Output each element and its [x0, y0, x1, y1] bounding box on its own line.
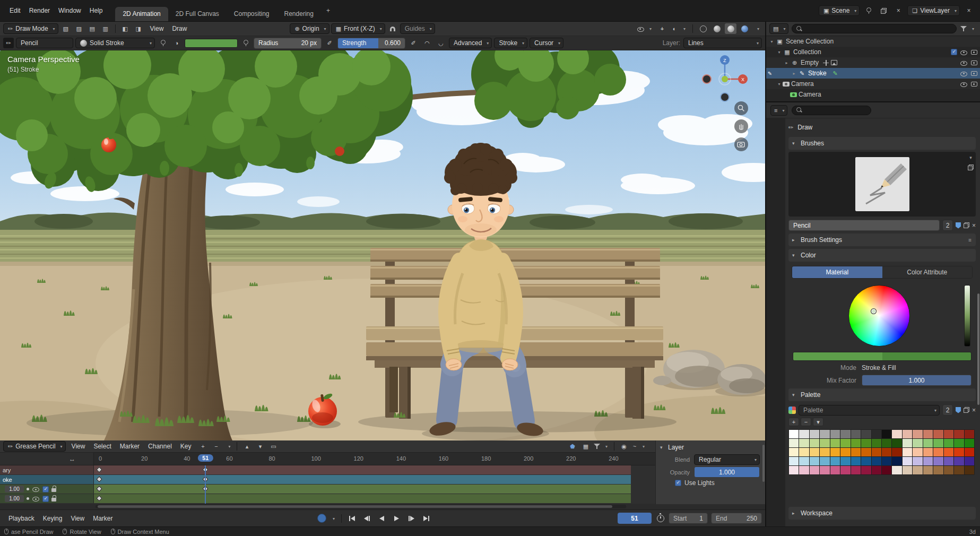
- palette-swatch[interactable]: [954, 466, 964, 474]
- palette-selector[interactable]: Palette: [799, 405, 940, 416]
- palette-swatch[interactable]: [861, 430, 871, 438]
- workspace-tab[interactable]: 2D Full Canvas: [168, 7, 227, 21]
- outliner-item-label[interactable]: Scene Collection: [786, 38, 834, 45]
- transport-button[interactable]: [360, 513, 374, 523]
- disable-in-viewport-icon[interactable]: [970, 70, 977, 76]
- palette-swatch[interactable]: [933, 466, 943, 474]
- playhead-toggle-icon[interactable]: ⬟: [567, 441, 578, 452]
- move-channel-down-icon[interactable]: ▾: [254, 441, 266, 452]
- timeline-channel-row[interactable]: 1.00: [0, 494, 765, 503]
- palette-swatch[interactable]: [830, 430, 840, 438]
- panel-menu-icon[interactable]: ≡: [968, 237, 972, 243]
- pin-color-icon[interactable]: [240, 38, 251, 48]
- current-frame-field[interactable]: 51: [618, 513, 652, 524]
- palette-swatch[interactable]: [944, 466, 953, 474]
- strength-slider[interactable]: Strength0.600: [337, 38, 405, 49]
- palette-swatch[interactable]: [872, 439, 881, 447]
- palette-swatch[interactable]: [851, 457, 861, 465]
- palette-swatch[interactable]: [954, 439, 964, 447]
- layer-dropdown[interactable]: Lines: [683, 38, 762, 48]
- palette-swatch[interactable]: [923, 430, 933, 438]
- timeline-channel-row[interactable]: 1.00: [0, 485, 765, 494]
- disable-in-viewport-icon[interactable]: [970, 49, 977, 55]
- palette-swatch[interactable]: [851, 439, 861, 447]
- palette-swatch[interactable]: [861, 457, 871, 465]
- palette-swatch[interactable]: [789, 466, 799, 474]
- cursor-popover[interactable]: Cursor: [530, 38, 563, 48]
- palette-swatch[interactable]: [954, 448, 964, 456]
- fake-user-shield-icon[interactable]: [956, 222, 961, 229]
- palette-swatch[interactable]: [830, 439, 840, 447]
- palette-swatch[interactable]: [882, 439, 891, 447]
- navigation-gizmo[interactable]: Z X: [698, 53, 751, 106]
- stroke-color-swatch[interactable]: [793, 352, 882, 360]
- channel-hide-icon[interactable]: [32, 486, 40, 492]
- palette-swatch[interactable]: [903, 457, 912, 465]
- outliner-item-label[interactable]: Collection: [793, 48, 821, 56]
- palette-swatch[interactable]: [789, 430, 799, 438]
- timeline-menu[interactable]: View: [67, 442, 90, 451]
- keyframe-diamond[interactable]: [96, 486, 102, 491]
- palette-swatch[interactable]: [861, 466, 871, 474]
- falloff-icon[interactable]: ◠: [421, 38, 433, 48]
- playhead-line[interactable]: [205, 465, 206, 504]
- palette-swatch[interactable]: [923, 448, 933, 456]
- users-count-badge[interactable]: 2: [942, 220, 953, 231]
- remove-keyframe-icon[interactable]: −: [210, 441, 222, 452]
- timeline-menu[interactable]: Channel: [144, 442, 176, 451]
- auto-key-record-button[interactable]: [317, 514, 326, 523]
- channel-name-cell[interactable]: oke: [0, 475, 94, 484]
- palette-swatch[interactable]: [882, 448, 891, 456]
- color-source-tab[interactable]: Color Attribute: [882, 266, 973, 278]
- hide-in-viewport-icon[interactable]: [960, 81, 968, 87]
- palette-swatch[interactable]: [944, 439, 953, 447]
- auto-zoom-icon[interactable]: ↔: [69, 455, 75, 463]
- editor-type-dropdown[interactable]: ▤: [769, 23, 788, 34]
- palette-swatch[interactable]: [799, 466, 809, 474]
- strength-pressure-icon[interactable]: ✐: [407, 38, 419, 48]
- properties-search[interactable]: [792, 106, 871, 115]
- zoom-button[interactable]: [734, 101, 748, 115]
- palette-swatch[interactable]: [944, 430, 953, 438]
- palette-swatch[interactable]: [944, 457, 953, 465]
- properties-scrollbar[interactable]: [977, 293, 979, 405]
- palette-swatch[interactable]: [933, 439, 943, 447]
- brush-thumbnail[interactable]: ✏: [3, 38, 14, 48]
- palette-swatch[interactable]: [965, 466, 974, 474]
- interpolation-dropdown[interactable]: ~: [631, 441, 647, 452]
- workspace-panel-header[interactable]: ▸ Workspace: [788, 507, 976, 520]
- keyframe-diamond[interactable]: [96, 476, 102, 482]
- transport-button[interactable]: [405, 513, 418, 523]
- channel-name-cell[interactable]: 1.00: [0, 485, 94, 494]
- palette-swatch[interactable]: [965, 448, 974, 456]
- outliner-filter-dropdown[interactable]: [960, 23, 977, 34]
- color-picker-dot[interactable]: [871, 309, 876, 314]
- unlink-scene-icon[interactable]: ×: [892, 5, 904, 16]
- palette-swatch[interactable]: [913, 457, 922, 465]
- workspace-tab[interactable]: Compositing: [227, 7, 277, 21]
- palette-swatch[interactable]: [789, 448, 799, 456]
- mode-value[interactable]: Stroke & Fill: [862, 364, 972, 371]
- radius-pressure-icon[interactable]: ✐: [324, 38, 335, 48]
- frame-end-field[interactable]: End250: [711, 513, 762, 524]
- palette-swatch[interactable]: [851, 430, 861, 438]
- frame-start-field[interactable]: Start1: [669, 513, 708, 524]
- palette-swatch[interactable]: [903, 439, 912, 447]
- timeline-channel-row[interactable]: ary: [0, 465, 765, 474]
- new-brush-icon[interactable]: [964, 222, 969, 228]
- disable-in-viewport-icon[interactable]: [970, 81, 977, 87]
- visibility-dropdown[interactable]: [636, 23, 654, 34]
- palette-swatch[interactable]: [810, 457, 819, 465]
- palette-swatch[interactable]: [851, 448, 861, 456]
- channel-checkbox[interactable]: [42, 496, 49, 502]
- proportional-edit-icon[interactable]: ◉: [618, 441, 630, 452]
- unlink-palette-icon[interactable]: ×: [972, 408, 976, 413]
- shading-solid-icon[interactable]: [711, 23, 723, 34]
- blend-dropdown[interactable]: Regular: [694, 454, 760, 465]
- keying-set-dropdown[interactable]: [328, 513, 337, 524]
- palette-edit-button[interactable]: ▾: [813, 418, 823, 426]
- shading-rendered-icon[interactable]: [739, 23, 750, 34]
- timeline-menu[interactable]: Marker: [116, 442, 144, 451]
- palette-swatch[interactable]: [954, 457, 964, 465]
- workspace-tab[interactable]: 2D Animation: [115, 7, 168, 21]
